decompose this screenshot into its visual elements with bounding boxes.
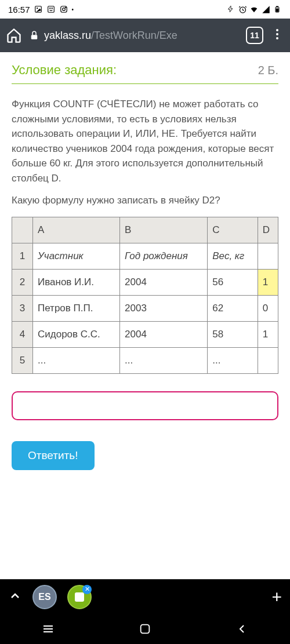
col-header: D xyxy=(258,217,278,243)
app-switcher-bar: ES ✕ + xyxy=(0,579,290,614)
task-header: Условие задания: 2 Б. xyxy=(12,63,278,84)
row-num: 2 xyxy=(12,270,33,296)
url-domain: yaklass.ru xyxy=(44,30,91,42)
cell: ... xyxy=(208,348,258,374)
cell: ... xyxy=(33,348,120,374)
data-table: A B C D 1 Участник Год рождения Вес, кг … xyxy=(12,217,278,374)
svg-point-6 xyxy=(62,8,65,11)
smile-icon xyxy=(46,5,56,14)
svg-point-13 xyxy=(276,29,278,31)
table-row: 1 Участник Год рождения Вес, кг xyxy=(12,243,278,270)
row-num: 1 xyxy=(12,243,33,270)
more-icon[interactable] xyxy=(270,27,284,43)
app-icon-green-inner xyxy=(75,592,84,602)
answer-input[interactable] xyxy=(12,391,278,420)
tabs-count[interactable]: 11 xyxy=(246,27,263,44)
svg-point-3 xyxy=(49,8,50,9)
cell xyxy=(258,348,278,374)
svg-point-15 xyxy=(276,37,278,39)
home-button[interactable] xyxy=(137,621,153,636)
chevron-up-icon[interactable] xyxy=(8,589,22,605)
cell xyxy=(258,243,278,270)
table-row: 4 Сидоров С.С. 2004 58 1 xyxy=(12,322,278,348)
wifi-icon xyxy=(249,5,259,14)
status-time: 16:57 xyxy=(8,5,30,14)
svg-rect-2 xyxy=(48,6,54,13)
instagram-icon xyxy=(59,5,68,14)
status-bar: 16:57 • xyxy=(0,0,290,19)
svg-rect-10 xyxy=(277,6,278,7)
task-question: Какую формулу нужно записать в ячейку D2… xyxy=(12,195,278,206)
svg-point-7 xyxy=(65,7,66,8)
cell: 2004 xyxy=(120,322,208,348)
cell-highlight: 1 xyxy=(258,270,278,296)
cell: Сидоров С.С. xyxy=(33,322,120,348)
image-icon xyxy=(34,5,43,14)
cell: 58 xyxy=(208,322,258,348)
col-header: C xyxy=(208,217,258,243)
col-header: B xyxy=(120,217,208,243)
lock-icon xyxy=(29,30,39,41)
battery-icon xyxy=(273,5,282,14)
task-body: Функция COUNTF (СЧЁТЕСЛИ) не может работ… xyxy=(12,97,278,185)
browser-bar: yaklass.ru/TestWorkRun/Exe 11 xyxy=(0,19,290,52)
recents-button[interactable] xyxy=(41,621,56,636)
svg-rect-11 xyxy=(276,9,278,12)
cell: 0 xyxy=(258,296,278,322)
cell: 2003 xyxy=(120,296,208,322)
cell: 2004 xyxy=(120,270,208,296)
row-num: 5 xyxy=(12,348,33,374)
plus-icon[interactable]: + xyxy=(271,587,282,607)
signal-icon xyxy=(261,5,270,14)
cell: Год рождения xyxy=(120,243,208,270)
battery-save-icon xyxy=(226,5,235,14)
cell: ... xyxy=(120,348,208,374)
table-header-row: A B C D xyxy=(12,217,278,243)
cell: Петров П.П. xyxy=(33,296,120,322)
home-icon[interactable] xyxy=(6,27,22,43)
svg-point-4 xyxy=(52,8,52,9)
cell: 56 xyxy=(208,270,258,296)
dot-icon: • xyxy=(72,6,74,13)
back-button[interactable] xyxy=(234,621,249,636)
app-icon-es-label: ES xyxy=(38,592,50,602)
cell: Вес, кг xyxy=(208,243,258,270)
nav-bar xyxy=(0,614,290,644)
cell: 62 xyxy=(208,296,258,322)
table-row: 3 Петров П.П. 2003 62 0 xyxy=(12,296,278,322)
cell: Участник xyxy=(33,243,120,270)
alarm-icon xyxy=(238,5,247,14)
table-row: 5 ... ... ... xyxy=(12,348,278,374)
content: Условие задания: 2 Б. Функция COUNTF (СЧ… xyxy=(0,52,290,481)
url-path: /TestWorkRun/Exe xyxy=(91,30,177,42)
task-title: Условие задания: xyxy=(12,63,117,78)
svg-rect-19 xyxy=(141,625,150,634)
app-icon-es[interactable]: ES xyxy=(32,585,57,609)
row-num: 4 xyxy=(12,322,33,348)
col-header: A xyxy=(33,217,120,243)
url-bar[interactable]: yaklass.ru/TestWorkRun/Exe xyxy=(29,24,239,47)
svg-point-14 xyxy=(276,33,278,35)
cell: Иванов И.И. xyxy=(33,270,120,296)
cell: 1 xyxy=(258,322,278,348)
svg-rect-12 xyxy=(31,35,38,39)
svg-point-1 xyxy=(37,8,38,9)
app-icon-green[interactable]: ✕ xyxy=(67,585,92,609)
task-points: 2 Б. xyxy=(258,64,278,77)
table-row: 2 Иванов И.И. 2004 56 1 xyxy=(12,270,278,296)
close-badge-icon[interactable]: ✕ xyxy=(82,585,92,594)
submit-button[interactable]: Ответить! xyxy=(12,441,95,470)
row-num: 3 xyxy=(12,296,33,322)
table-corner xyxy=(12,217,33,243)
